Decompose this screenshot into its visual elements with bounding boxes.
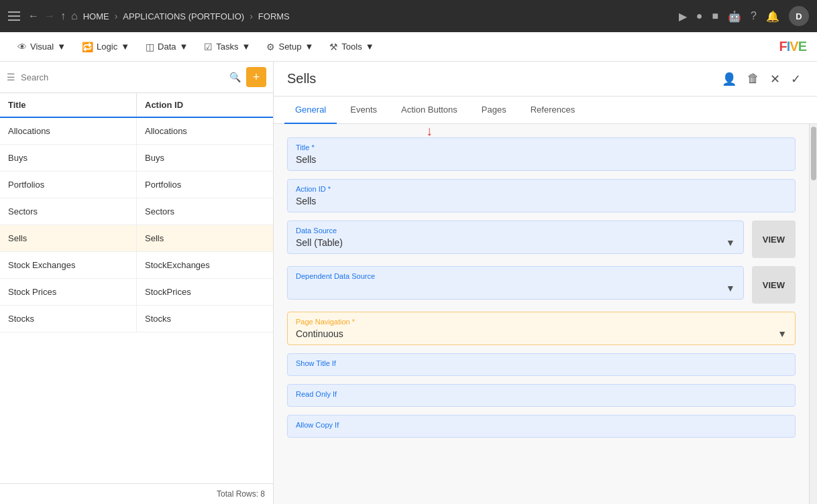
tools-menu[interactable]: ⚒ Tools ▼ <box>323 38 380 56</box>
tasks-label: Tasks <box>216 42 238 52</box>
field-data-source: Data Source Sell (Table) ▼ <box>287 220 744 254</box>
content-header: Sells 👤 🗑 ✕ ✓ <box>274 62 817 97</box>
bell-icon[interactable]: 🔔 <box>766 10 779 23</box>
tab-general[interactable]: General <box>284 97 337 124</box>
up-icon[interactable]: ↑ <box>60 10 66 22</box>
sidebar: ☰ 🔍 + Title Action ID Allocations Alloca… <box>0 62 274 504</box>
action-id-value[interactable]: Sells <box>296 196 787 206</box>
page-navigation-chevron[interactable]: ▼ <box>777 328 787 339</box>
sidebar-cell-title: Sells <box>0 225 137 251</box>
home-label[interactable]: HOME <box>83 11 109 21</box>
content-actions: 👤 🗑 ✕ ✓ <box>719 69 804 89</box>
logic-label: Logic <box>97 42 117 52</box>
robot-icon[interactable]: 🤖 <box>728 10 741 23</box>
page-title: Sells <box>287 71 316 86</box>
logic-chevron: ▼ <box>121 42 129 52</box>
tab-action-buttons[interactable]: Action Buttons ↓ <box>390 97 468 124</box>
search-input[interactable] <box>21 72 224 82</box>
page-navigation-value-row: Continuous ▼ <box>296 328 787 339</box>
tab-indicator-arrow: ↓ <box>426 124 433 137</box>
field-title: Title * Sells <box>287 137 796 171</box>
field-show-title-if: Show Title If <box>287 353 796 376</box>
setup-chevron: ▼ <box>305 42 313 52</box>
visual-menu[interactable]: 👁 Visual ▼ <box>11 38 72 56</box>
delete-button[interactable]: 🗑 <box>745 69 762 89</box>
title-label: Title * <box>296 143 787 151</box>
tab-pages[interactable]: Pages <box>471 97 517 124</box>
forward-icon[interactable]: → <box>44 10 55 22</box>
read-only-if-label: Read Only If <box>296 390 787 398</box>
avatar[interactable]: D <box>789 6 809 26</box>
home-icon: ⌂ <box>71 10 78 22</box>
person-icon-button[interactable]: 👤 <box>719 69 739 89</box>
scroll-thumb[interactable] <box>811 127 816 180</box>
page-navigation-label: Page Navigation * <box>296 318 787 326</box>
form-content: Title * Sells Action ID * Sells Data Sou… <box>274 124 809 504</box>
logic-menu[interactable]: 🔁 Logic ▼ <box>75 38 136 56</box>
top-bar: ← → ↑ ⌂ HOME › APPLICATIONS (PORTFOLIO) … <box>0 0 817 32</box>
filter-icon: ☰ <box>7 72 15 82</box>
tab-references[interactable]: References <box>520 97 586 124</box>
play-icon[interactable]: ▶ <box>679 10 687 23</box>
page-navigation-value[interactable]: Continuous <box>296 328 343 339</box>
field-dependent-data-source: Dependent Data Source ▼ <box>287 266 744 300</box>
show-title-if-label: Show Title If <box>296 359 787 367</box>
setup-menu[interactable]: ⚙ Setup ▼ <box>260 38 320 56</box>
sidebar-cell-action-id: StockPrices <box>137 279 273 305</box>
sidebar-cell-title: Buys <box>0 145 137 171</box>
table-row[interactable]: Stock Prices StockPrices <box>0 279 273 306</box>
setup-icon: ⚙ <box>266 42 275 52</box>
dependent-data-source-label: Dependent Data Source <box>296 272 735 280</box>
stop-icon[interactable]: ■ <box>712 10 718 22</box>
data-source-chevron[interactable]: ▼ <box>726 237 735 248</box>
add-button[interactable]: + <box>246 67 266 87</box>
record-icon[interactable]: ● <box>696 10 703 22</box>
tasks-menu[interactable]: ☑ Tasks ▼ <box>197 38 257 56</box>
sidebar-cell-action-id: StockExchanges <box>137 252 273 278</box>
table-row[interactable]: Portfolios Portfolios <box>0 172 273 198</box>
visual-label: Visual <box>30 42 54 52</box>
portfolio-label[interactable]: APPLICATIONS (PORTFOLIO) <box>123 11 244 21</box>
sidebar-cell-title: Portfolios <box>0 172 137 198</box>
close-button[interactable]: ✕ <box>767 69 783 89</box>
table-row[interactable]: Buys Buys <box>0 145 273 172</box>
field-read-only-if: Read Only If <box>287 384 796 407</box>
sidebar-cell-action-id: Buys <box>137 145 273 171</box>
nav-sep-2: › <box>250 11 253 21</box>
tasks-chevron: ▼ <box>242 42 251 52</box>
forms-label[interactable]: FORMS <box>258 11 290 21</box>
table-row[interactable]: Sells Sells <box>0 225 273 252</box>
dependent-data-source-chevron[interactable]: ▼ <box>726 283 735 294</box>
data-source-label: Data Source <box>296 227 735 235</box>
table-row[interactable]: Sectors Sectors <box>0 198 273 225</box>
tasks-icon: ☑ <box>204 42 213 52</box>
content-area: Sells 👤 🗑 ✕ ✓ General Events Action Butt… <box>274 62 817 504</box>
data-menu[interactable]: ◫ Data ▼ <box>139 38 195 56</box>
field-allow-copy-if: Allow Copy If <box>287 415 796 438</box>
tab-events[interactable]: Events <box>339 97 388 124</box>
field-page-navigation: Page Navigation * Continuous ▼ <box>287 312 796 345</box>
sidebar-cell-title: Stock Prices <box>0 279 137 305</box>
help-icon[interactable]: ? <box>751 10 757 22</box>
action-id-label: Action ID * <box>296 185 787 193</box>
confirm-button[interactable]: ✓ <box>788 69 804 89</box>
data-source-row: Data Source Sell (Table) ▼ VIEW <box>287 220 796 258</box>
sidebar-cell-action-id: Sectors <box>137 198 273 225</box>
scrollbar[interactable] <box>809 124 817 504</box>
form-scroll-container: Title * Sells Action ID * Sells Data Sou… <box>274 124 817 504</box>
table-row[interactable]: Stock Exchanges StockExchanges <box>0 252 273 279</box>
table-row[interactable]: Allocations Allocations <box>0 118 273 145</box>
view-data-source-button[interactable]: VIEW <box>752 220 796 258</box>
data-source-value-row: Sell (Table) ▼ <box>296 237 735 248</box>
back-icon[interactable]: ← <box>28 10 39 22</box>
sidebar-header: Title Action ID <box>0 93 273 118</box>
table-row[interactable]: Stocks Stocks <box>0 306 273 332</box>
view-dependent-button[interactable]: VIEW <box>752 266 796 304</box>
allow-copy-if-label: Allow Copy If <box>296 421 787 429</box>
sidebar-cell-action-id: Portfolios <box>137 172 273 198</box>
tools-chevron: ▼ <box>366 42 374 52</box>
field-action-id: Action ID * Sells <box>287 179 796 212</box>
title-value[interactable]: Sells <box>296 154 787 165</box>
search-icon[interactable]: 🔍 <box>229 72 241 82</box>
menu-icon[interactable] <box>8 11 20 21</box>
